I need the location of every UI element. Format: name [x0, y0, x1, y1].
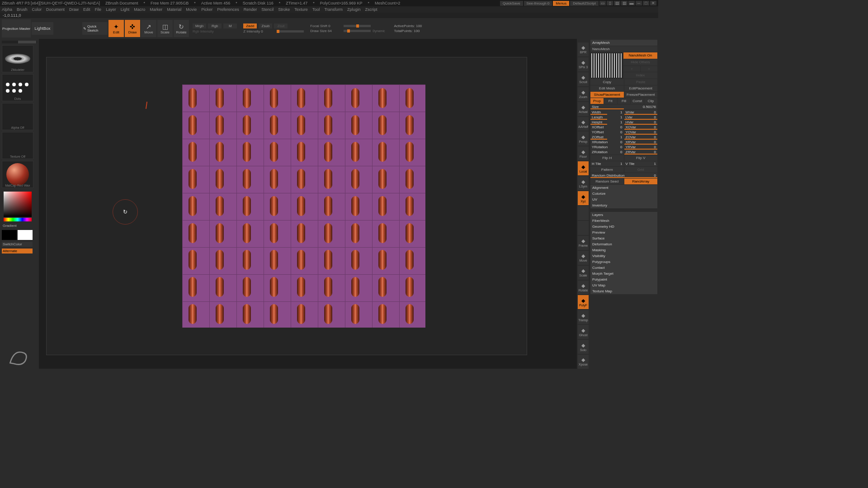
prop-button[interactable]: Prop	[590, 98, 604, 104]
tool-move[interactable]: ◆Move	[578, 251, 589, 265]
menu-light[interactable]: Light	[121, 7, 130, 12]
tool-spix-3[interactable]: ◆SPix 3	[578, 57, 589, 71]
zcut-button[interactable]: Zcut	[274, 23, 288, 28]
menu-zplugin[interactable]: Zplugin	[347, 7, 361, 12]
flipv-button[interactable]: Flip V	[624, 155, 658, 161]
hvar-slider[interactable]: HVar0	[624, 120, 658, 125]
menu-file[interactable]: File	[95, 7, 102, 12]
menu-macro[interactable]: Macro	[134, 7, 145, 12]
rgb-button[interactable]: Rgb	[208, 23, 222, 28]
layout4-icon[interactable]: ▥	[621, 1, 627, 5]
layout1-icon[interactable]: ▭	[599, 1, 606, 5]
tool-xyz[interactable]: ◆Xyz	[578, 191, 589, 205]
texture-picker[interactable]: Texture Off	[2, 132, 33, 159]
randarray-button[interactable]: RandArray	[624, 178, 658, 184]
section-colorize[interactable]: Colorize	[590, 191, 657, 197]
draw-size-slider[interactable]: Draw Size 64	[310, 29, 342, 33]
quicksave-button[interactable]: QuickSave	[500, 1, 523, 6]
menu-tool[interactable]: Tool	[312, 7, 320, 12]
tool-floor[interactable]: ◆Floor	[578, 146, 589, 160]
section-layers[interactable]: Layers	[590, 212, 657, 218]
gradient-button[interactable]: Gradient	[2, 223, 33, 228]
section-inventory[interactable]: Inventory	[590, 202, 657, 208]
material-picker[interactable]: MatCap Red Wax	[2, 161, 33, 188]
tool-bpr[interactable]: ◆BPR	[578, 42, 589, 56]
menu-color[interactable]: Color	[32, 7, 42, 12]
menu-stencil[interactable]: Stencil	[261, 7, 274, 12]
z-intensity-slider[interactable]: Z Intensity 0	[243, 29, 275, 33]
yrotation-slider[interactable]: YRotation0	[590, 145, 624, 150]
htile-slider[interactable]: H Tile1	[590, 161, 624, 166]
tool-local[interactable]: ◆Local	[578, 161, 589, 175]
section-uv[interactable]: UV	[590, 197, 657, 202]
section-texture-map[interactable]: Texture Map	[590, 288, 657, 294]
editplacement-button[interactable]: EditPlacement	[624, 85, 658, 91]
seethrough-slider[interactable]: See-through 0	[524, 1, 552, 6]
xovar-slider[interactable]: XOVar0	[624, 125, 658, 130]
edit-mode-button[interactable]: ✦Edit	[108, 20, 124, 37]
editmesh-button[interactable]: Edit Mesh	[590, 85, 624, 91]
menu-zscript[interactable]: Zscript	[365, 7, 377, 12]
section-preview[interactable]: Preview	[590, 230, 657, 235]
draw-mode-button[interactable]: ✜Draw	[125, 20, 140, 37]
menu-render[interactable]: Render	[244, 7, 257, 12]
layout2-icon[interactable]: ▯	[607, 1, 613, 5]
height-slider[interactable]: Height1	[590, 120, 624, 125]
m-button[interactable]: M	[223, 23, 237, 28]
lightbox-button[interactable]: LightBox	[32, 22, 53, 35]
menu-brush[interactable]: Brush	[17, 7, 28, 12]
section-visibility[interactable]: Visibility	[590, 253, 657, 259]
section-polygroups[interactable]: Polygroups	[590, 259, 657, 265]
stroke-picker[interactable]: Dots	[2, 74, 33, 101]
index-field[interactable]: Index	[623, 72, 657, 79]
lvar-slider[interactable]: LVar0	[624, 115, 658, 120]
tool-rotate[interactable]: ◆Rotate	[578, 281, 589, 295]
menu-draw[interactable]: Draw	[69, 7, 79, 12]
fit-button[interactable]: Fit	[604, 98, 617, 104]
width-slider[interactable]: Width1	[590, 110, 624, 115]
randomdist-slider[interactable]: Random Distribution0	[590, 173, 657, 178]
zrvar-slider[interactable]: ZRVar0	[624, 150, 658, 155]
menus-toggle[interactable]: Menus	[553, 1, 569, 6]
tool-frame[interactable]: ◆Frame	[578, 236, 589, 250]
canvas-viewport[interactable]	[46, 57, 527, 355]
minimize-icon[interactable]: ─	[636, 1, 642, 5]
section-alignment[interactable]: Alignment	[590, 185, 657, 191]
fill-button[interactable]: Fill	[618, 98, 631, 104]
quicksketch-button[interactable]: ✎Quick Sketch	[82, 22, 108, 35]
xoffset-slider[interactable]: XOffset0	[590, 125, 624, 130]
fliph-button[interactable]: Flip H	[590, 155, 624, 161]
xrotation-slider[interactable]: XRotation0	[590, 140, 624, 145]
hide-others[interactable]: Hide Others	[623, 59, 657, 66]
close-icon[interactable]: ✕	[650, 1, 656, 5]
tool-polyf[interactable]: ◆PolyF	[578, 295, 589, 309]
yoffset-slider[interactable]: YOffset0	[590, 130, 624, 135]
tool-transp[interactable]: ◆Transp	[578, 310, 589, 324]
section-masking[interactable]: Masking	[590, 247, 657, 253]
section-morph-target[interactable]: Morph Target	[590, 271, 657, 277]
color-picker[interactable]	[2, 190, 33, 221]
menu-preferences[interactable]: Preferences	[217, 7, 239, 12]
section-contact[interactable]: Contact	[590, 265, 657, 271]
scale-mode-button[interactable]: ◫Scale	[157, 20, 173, 37]
tool-actual[interactable]: ◆Actual	[578, 102, 589, 116]
tool-lsym[interactable]: ◆LSym	[578, 176, 589, 190]
swatch-white[interactable]	[18, 230, 33, 240]
arraymesh-header[interactable]: ArrayMesh	[590, 40, 657, 46]
length-slider[interactable]: Length1	[590, 115, 624, 120]
showplacement-toggle[interactable]: ShowPlacement	[590, 92, 624, 98]
menu-transform[interactable]: Transform	[324, 7, 343, 12]
menu-marker[interactable]: Marker	[150, 7, 162, 12]
const-button[interactable]: Const	[631, 98, 644, 104]
nanomesh-thumbnail[interactable]	[591, 53, 622, 78]
menu-layer[interactable]: Layer	[106, 7, 116, 12]
menu-alpha[interactable]: Alpha	[2, 7, 12, 12]
swatch-black[interactable]	[2, 230, 17, 240]
hide-icon[interactable]: ▬	[628, 1, 635, 5]
menu-edit[interactable]: Edit	[83, 7, 90, 12]
yrvar-slider[interactable]: YRVar0	[624, 145, 658, 150]
brush-picker[interactable]: ZModeler	[2, 45, 33, 72]
tool-scroll[interactable]: ◆Scroll	[578, 72, 589, 86]
randomseed-button[interactable]: Random Seed	[590, 178, 624, 184]
zovar-slider[interactable]: ZOVar0	[624, 135, 658, 140]
